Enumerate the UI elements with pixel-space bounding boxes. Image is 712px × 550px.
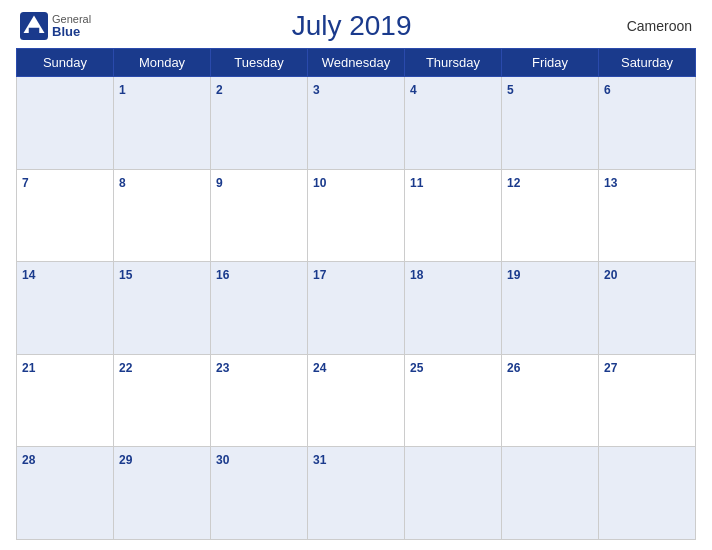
calendar-title: July 2019: [91, 10, 612, 42]
day-number: 9: [216, 176, 223, 190]
calendar-week-row: 123456: [17, 77, 696, 170]
day-number: 29: [119, 453, 132, 467]
logo-blue-label: Blue: [52, 25, 91, 39]
day-number: 6: [604, 83, 611, 97]
day-number: 12: [507, 176, 520, 190]
calendar-week-row: 78910111213: [17, 169, 696, 262]
calendar-cell: 1: [114, 77, 211, 170]
day-number: 7: [22, 176, 29, 190]
calendar-cell: 20: [599, 262, 696, 355]
day-number: 17: [313, 268, 326, 282]
day-number: 5: [507, 83, 514, 97]
day-number: 11: [410, 176, 423, 190]
calendar-cell: 26: [502, 354, 599, 447]
country-label: Cameroon: [612, 18, 692, 34]
calendar-cell: [502, 447, 599, 540]
calendar-cell: 8: [114, 169, 211, 262]
calendar-cell: [405, 447, 502, 540]
day-number: 2: [216, 83, 223, 97]
col-monday: Monday: [114, 49, 211, 77]
calendar-cell: 27: [599, 354, 696, 447]
calendar-cell: 19: [502, 262, 599, 355]
day-number: 22: [119, 361, 132, 375]
calendar-cell: 7: [17, 169, 114, 262]
calendar-cell: 17: [308, 262, 405, 355]
calendar-cell: 23: [211, 354, 308, 447]
calendar-cell: 13: [599, 169, 696, 262]
calendar-week-row: 21222324252627: [17, 354, 696, 447]
calendar-cell: 11: [405, 169, 502, 262]
day-number: 30: [216, 453, 229, 467]
calendar-cell: 14: [17, 262, 114, 355]
calendar-cell: 24: [308, 354, 405, 447]
calendar-page: General Blue July 2019 Cameroon Sunday M…: [0, 0, 712, 550]
day-number: 13: [604, 176, 617, 190]
calendar-cell: 10: [308, 169, 405, 262]
calendar-cell: [599, 447, 696, 540]
day-number: 25: [410, 361, 423, 375]
calendar-cell: 22: [114, 354, 211, 447]
day-number: 20: [604, 268, 617, 282]
calendar-cell: 21: [17, 354, 114, 447]
calendar-week-row: 14151617181920: [17, 262, 696, 355]
calendar-table: Sunday Monday Tuesday Wednesday Thursday…: [16, 48, 696, 540]
day-number: 8: [119, 176, 126, 190]
calendar-cell: 3: [308, 77, 405, 170]
calendar-cell: 30: [211, 447, 308, 540]
calendar-cell: 15: [114, 262, 211, 355]
day-number: 27: [604, 361, 617, 375]
logo-text: General Blue: [52, 13, 91, 39]
col-friday: Friday: [502, 49, 599, 77]
day-number: 15: [119, 268, 132, 282]
day-number: 1: [119, 83, 126, 97]
calendar-cell: 16: [211, 262, 308, 355]
day-number: 16: [216, 268, 229, 282]
col-sunday: Sunday: [17, 49, 114, 77]
svg-rect-2: [29, 28, 40, 33]
day-number: 10: [313, 176, 326, 190]
day-number: 23: [216, 361, 229, 375]
day-number: 28: [22, 453, 35, 467]
calendar-cell: 12: [502, 169, 599, 262]
day-number: 31: [313, 453, 326, 467]
day-number: 19: [507, 268, 520, 282]
calendar-cell: 2: [211, 77, 308, 170]
header: General Blue July 2019 Cameroon: [16, 10, 696, 42]
day-number: 3: [313, 83, 320, 97]
calendar-cell: 18: [405, 262, 502, 355]
generalblue-logo-icon: [20, 12, 48, 40]
day-number: 21: [22, 361, 35, 375]
day-number: 4: [410, 83, 417, 97]
calendar-cell: 9: [211, 169, 308, 262]
calendar-cell: [17, 77, 114, 170]
calendar-cell: 4: [405, 77, 502, 170]
calendar-cell: 5: [502, 77, 599, 170]
col-saturday: Saturday: [599, 49, 696, 77]
calendar-cell: 6: [599, 77, 696, 170]
col-tuesday: Tuesday: [211, 49, 308, 77]
day-number: 18: [410, 268, 423, 282]
calendar-cell: 29: [114, 447, 211, 540]
calendar-header-row: Sunday Monday Tuesday Wednesday Thursday…: [17, 49, 696, 77]
day-number: 24: [313, 361, 326, 375]
col-thursday: Thursday: [405, 49, 502, 77]
logo: General Blue: [20, 12, 91, 40]
calendar-cell: 31: [308, 447, 405, 540]
calendar-cell: 25: [405, 354, 502, 447]
day-number: 26: [507, 361, 520, 375]
calendar-week-row: 28293031: [17, 447, 696, 540]
col-wednesday: Wednesday: [308, 49, 405, 77]
day-number: 14: [22, 268, 35, 282]
calendar-cell: 28: [17, 447, 114, 540]
